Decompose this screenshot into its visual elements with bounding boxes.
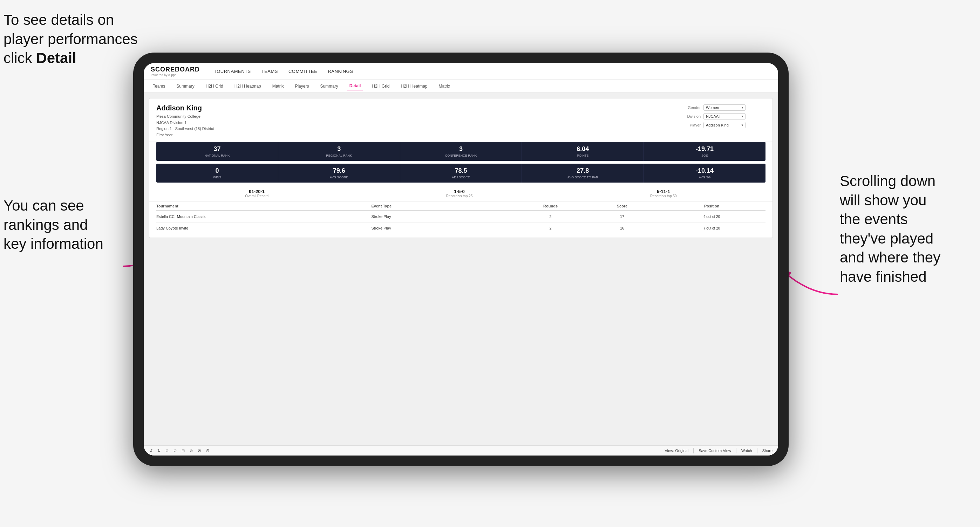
col-header-rounds: Rounds (514, 204, 586, 208)
sub-nav-summary2[interactable]: Summary (318, 83, 340, 90)
nav-rankings[interactable]: RANKINGS (328, 67, 353, 75)
records-row: 91-20-1 Overall Record 1-5-0 Record vs t… (149, 187, 773, 202)
toolbar-redo[interactable]: ↻ (158, 449, 161, 453)
nav-committee[interactable]: COMMITTEE (288, 67, 318, 75)
stats-row-2: 0 Wins 79.6 Avg Score 78.5 Adj Score 27.… (156, 163, 765, 183)
col-header-tournament: Tournament (156, 204, 371, 208)
tablet-frame: SCOREBOARD Powered by clippd TOURNAMENTS… (133, 52, 789, 466)
tournament-table: Tournament Event Type Rounds Score Posit… (149, 202, 773, 238)
toolbar-zoom-in[interactable]: ⊕ (165, 449, 169, 453)
row1-event-type: Stroke Play (371, 214, 514, 219)
player-panel: Addison King Mesa Community College NJCA… (149, 98, 773, 238)
stat-avg-score: 79.6 Avg Score (278, 163, 400, 183)
toolbar-zoom-out[interactable]: ⊟ (181, 449, 185, 453)
row2-score: 16 (586, 226, 658, 230)
table-row: Estella CC- Mountain Classic Stroke Play… (156, 211, 765, 222)
toolbar-grid[interactable]: ⊠ (198, 449, 201, 453)
table-row: Lady Coyote Invite Stroke Play 2 16 7 ou… (156, 222, 765, 234)
nav-bar: SCOREBOARD Powered by clippd TOURNAMENTS… (144, 63, 778, 80)
stat-avg-score-to-par: 27.8 Avg Score to Par (522, 163, 644, 183)
toolbar-add[interactable]: ⊕ (189, 449, 193, 453)
toolbar-share[interactable]: Share (762, 449, 773, 453)
stat-wins: 0 Wins (156, 163, 278, 183)
sub-nav-h2h-heatmap2[interactable]: H2H Heatmap (399, 83, 430, 90)
sub-nav-summary[interactable]: Summary (174, 83, 196, 90)
logo-title: SCOREBOARD (151, 66, 200, 73)
col-header-position: Position (658, 204, 765, 208)
scoreboard-logo: SCOREBOARD Powered by clippd (151, 66, 200, 77)
sub-nav: Teams Summary H2H Grid H2H Heatmap Matri… (144, 80, 778, 93)
stat-sos: -19.71 SoS (644, 142, 765, 161)
sub-nav-matrix2[interactable]: Matrix (437, 83, 452, 90)
row1-rounds: 2 (514, 214, 586, 219)
player-select-wrapper[interactable]: Addison King (703, 122, 746, 128)
record-top25: 1-5-0 Record vs top 25 (446, 189, 473, 198)
row1-score: 17 (586, 214, 658, 219)
row1-position: 4 out of 20 (658, 215, 765, 219)
col-header-event-type: Event Type (371, 204, 514, 208)
toolbar-clock[interactable]: ⏱ (206, 449, 210, 453)
division-field-row: Division NJCAA I NJCAA II (681, 113, 765, 119)
player-field-row: Player Addison King (681, 122, 765, 128)
sub-nav-h2h-grid2[interactable]: H2H Grid (370, 83, 391, 90)
annotation-bottom-left: You can see rankings and key information (3, 196, 137, 254)
division-select[interactable]: NJCAA I NJCAA II (703, 113, 746, 119)
stat-national-rank: 37 National Rank (156, 142, 278, 161)
player-info-left: Addison King Mesa Community College NJCA… (156, 104, 214, 138)
sub-nav-detail[interactable]: Detail (347, 82, 363, 90)
row2-rounds: 2 (514, 226, 586, 230)
main-content: Addison King Mesa Community College NJCA… (144, 93, 778, 445)
nav-teams[interactable]: TEAMS (261, 67, 278, 75)
gender-select[interactable]: Women Men (703, 105, 746, 111)
annotation-top-left: To see details on player performances cl… (3, 11, 151, 68)
tablet-screen: SCOREBOARD Powered by clippd TOURNAMENTS… (144, 63, 778, 456)
sub-nav-h2h-heatmap[interactable]: H2H Heatmap (232, 83, 263, 90)
sub-nav-matrix[interactable]: Matrix (270, 83, 286, 90)
player-select[interactable]: Addison King (703, 122, 746, 128)
player-info-right: Gender Women Men Division (681, 104, 765, 138)
toolbar-watch[interactable]: Watch (741, 449, 752, 453)
nav-tournaments[interactable]: TOURNAMENTS (214, 67, 251, 75)
sub-nav-h2h-grid[interactable]: H2H Grid (204, 83, 225, 90)
sub-nav-players[interactable]: Players (293, 83, 311, 90)
player-meta: Mesa Community College NJCAA Division 1 … (156, 114, 214, 138)
stat-regional-rank: 3 Regional Rank (278, 142, 400, 161)
gender-select-wrapper[interactable]: Women Men (703, 104, 746, 111)
gender-label: Gender (681, 105, 701, 110)
stats-row-1: 37 National Rank 3 Regional Rank 3 Confe… (156, 142, 765, 161)
stat-adj-score: 78.5 Adj Score (400, 163, 522, 183)
division-label: Division (681, 114, 701, 118)
stat-conference-rank: 3 Conference Rank (400, 142, 522, 161)
division-select-wrapper[interactable]: NJCAA I NJCAA II (703, 113, 746, 119)
toolbar-view-original[interactable]: View: Original (665, 449, 688, 453)
row2-event-type: Stroke Play (371, 226, 514, 230)
row2-tournament: Lady Coyote Invite (156, 226, 371, 230)
toolbar-sep1 (693, 448, 694, 453)
row2-position: 7 out of 20 (658, 226, 765, 230)
bottom-toolbar: ↺ ↻ ⊕ ⊙ ⊟ ⊕ ⊠ ⏱ View: Original Save Cust… (144, 445, 778, 456)
toolbar-save-custom[interactable]: Save Custom View (698, 449, 731, 453)
player-label: Player (681, 123, 701, 127)
record-overall: 91-20-1 Overall Record (245, 189, 269, 198)
toolbar-undo[interactable]: ↺ (149, 449, 153, 453)
row1-tournament: Estella CC- Mountain Classic (156, 214, 371, 219)
sub-nav-teams[interactable]: Teams (151, 83, 167, 90)
stat-avg-sg: -10.14 Avg SG (644, 163, 765, 183)
table-header: Tournament Event Type Rounds Score Posit… (156, 202, 765, 211)
record-top50: 5-11-1 Record vs top 50 (650, 189, 677, 198)
toolbar-zoom-fit[interactable]: ⊙ (173, 449, 177, 453)
toolbar-sep2 (736, 448, 737, 453)
toolbar-sep3 (757, 448, 757, 453)
gender-field-row: Gender Women Men (681, 104, 765, 111)
annotation-bottom-right: Scrolling down will show you the events … (840, 172, 973, 287)
logo-subtitle: Powered by clippd (151, 73, 200, 77)
player-header: Addison King Mesa Community College NJCA… (149, 98, 773, 142)
col-header-score: Score (586, 204, 658, 208)
player-name: Addison King (156, 104, 214, 112)
stat-points: 6.04 Points (522, 142, 644, 161)
